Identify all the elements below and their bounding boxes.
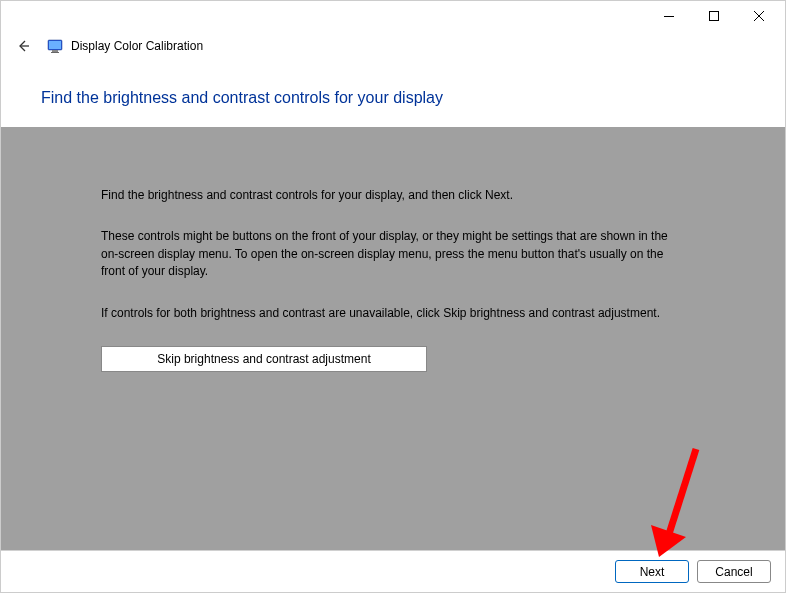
instruction-paragraph-1: Find the brightness and contrast control… <box>101 187 685 204</box>
skip-button[interactable]: Skip brightness and contrast adjustment <box>101 346 427 372</box>
back-button[interactable] <box>15 38 31 54</box>
maximize-button[interactable] <box>691 2 736 30</box>
minimize-button[interactable] <box>646 2 691 30</box>
cancel-button[interactable]: Cancel <box>697 560 771 583</box>
app-title-wrap: Display Color Calibration <box>47 38 203 54</box>
page-heading: Find the brightness and contrast control… <box>1 61 785 127</box>
svg-rect-8 <box>51 52 59 53</box>
instruction-paragraph-3: If controls for both brightness and cont… <box>101 305 685 322</box>
next-button[interactable]: Next <box>615 560 689 583</box>
close-button[interactable] <box>736 2 781 30</box>
svg-rect-1 <box>709 12 718 21</box>
header-bar: Display Color Calibration <box>1 31 785 61</box>
app-title: Display Color Calibration <box>71 39 203 53</box>
content-area: Find the brightness and contrast control… <box>1 127 785 560</box>
instruction-paragraph-2: These controls might be buttons on the f… <box>101 228 685 280</box>
window-titlebar <box>1 1 785 31</box>
svg-rect-6 <box>49 41 61 49</box>
footer-bar: Next Cancel <box>1 550 785 592</box>
svg-rect-7 <box>52 50 58 52</box>
monitor-icon <box>47 38 63 54</box>
